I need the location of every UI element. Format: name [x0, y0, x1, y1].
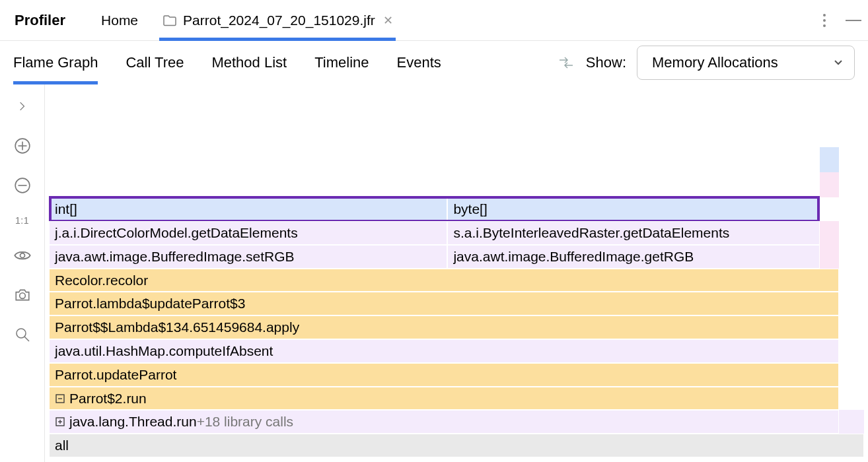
chevron-right-icon[interactable] — [13, 96, 32, 116]
flame-frame[interactable]: java.awt.image.BufferedImage.setRGB — [49, 245, 447, 269]
frame-label: Recolor.recolor — [55, 273, 148, 288]
flame-row: Parrot.lambda$updateParrot$3 — [49, 292, 864, 315]
frame-label: s.a.i.ByteInterleavedRaster.getDataEleme… — [453, 225, 729, 241]
flame-frame[interactable] — [820, 147, 838, 172]
more-icon[interactable] — [816, 13, 832, 28]
flame-frame[interactable] — [820, 221, 838, 245]
tab-label: Parrot_2024_07_20_151029.jfr — [183, 13, 375, 28]
top-tab-bar: Profiler Home Parrot_2024_07_20_151029.j… — [0, 0, 868, 41]
secondbar-right: Show: Memory Allocations — [557, 46, 855, 80]
frame-label: byte[] — [453, 201, 487, 217]
tab-label: Home — [101, 13, 138, 28]
flame-row: Parrot$$Lambda$134.651459684.apply — [49, 315, 864, 339]
flame-frame[interactable]: java.awt.image.BufferedImage.getRGB — [447, 245, 820, 269]
flame-row: java.awt.image.BufferedImage.setRGB java… — [49, 245, 864, 269]
flame-row: int[] byte[] — [49, 197, 864, 221]
zoom-in-icon[interactable] — [13, 136, 32, 156]
minimize-icon[interactable] — [846, 20, 861, 21]
tab-file[interactable]: Parrot_2024_07_20_151029.jfr ✕ — [159, 0, 396, 41]
flame-frame[interactable]: s.a.i.ByteInterleavedRaster.getDataEleme… — [447, 221, 820, 245]
camera-icon[interactable] — [13, 285, 32, 305]
flame-frame[interactable] — [820, 172, 838, 197]
svg-point-5 — [20, 253, 24, 258]
reset-zoom-label[interactable]: 1:1 — [15, 215, 29, 226]
flame-frame[interactable] — [839, 410, 851, 434]
close-icon[interactable]: ✕ — [383, 13, 393, 28]
show-label: Show: — [586, 54, 626, 71]
svg-point-7 — [17, 329, 26, 338]
flame-frame-int-array[interactable]: int[] — [49, 197, 447, 221]
flame-frame-byte-array[interactable]: byte[] — [447, 197, 820, 221]
tab-events[interactable]: Events — [397, 41, 441, 84]
folder-icon — [162, 13, 178, 28]
flame-frame[interactable]: j.a.i.DirectColorModel.getDataElements — [49, 221, 447, 245]
swap-icon[interactable] — [557, 53, 575, 72]
frame-label: Parrot$$Lambda$134.651459684.apply — [55, 319, 299, 335]
svg-point-6 — [19, 293, 25, 299]
flame-frame[interactable] — [851, 410, 864, 434]
tab-method-list[interactable]: Method List — [211, 41, 287, 84]
left-gutter: 1:1 — [0, 84, 45, 462]
frame-label: java.util.HashMap.computeIfAbsent — [55, 343, 273, 359]
frame-label: Parrot.updateParrot — [55, 367, 176, 383]
search-icon[interactable] — [13, 325, 32, 345]
flame-frame-root[interactable]: all — [49, 434, 864, 457]
expand-icon[interactable] — [55, 416, 65, 427]
flame-row: all — [49, 434, 864, 457]
topbar-right — [816, 13, 861, 28]
profiler-view-bar: Flame Graph Call Tree Method List Timeli… — [0, 41, 868, 84]
flame-frame[interactable]: Parrot.updateParrot — [49, 363, 839, 387]
flame-row: Parrot.updateParrot — [49, 363, 864, 387]
frame-label: Parrot.lambda$updateParrot$3 — [55, 296, 245, 312]
flame-row: Recolor.recolor — [49, 269, 864, 292]
chevron-down-icon — [833, 54, 844, 71]
frame-label: java.lang.Thread.run — [69, 414, 197, 430]
tab-home[interactable]: Home — [98, 0, 141, 41]
flame-graph: int[] byte[] j.a.i.DirectColorModel.getD… — [45, 84, 868, 462]
frame-label: java.awt.image.BufferedImage.setRGB — [55, 249, 295, 265]
flame-row: java.lang.Thread.run +18 library calls — [49, 410, 864, 434]
frame-suffix: +18 library calls — [197, 414, 293, 430]
eye-icon[interactable] — [13, 246, 32, 265]
frame-label: all — [55, 438, 69, 453]
select-value: Memory Allocations — [652, 54, 778, 71]
collapse-icon[interactable] — [55, 393, 65, 404]
tab-timeline[interactable]: Timeline — [314, 41, 369, 84]
tab-flame-graph[interactable]: Flame Graph — [13, 41, 98, 84]
flame-frame[interactable]: Recolor.recolor — [49, 269, 839, 292]
flame-row: j.a.i.DirectColorModel.getDataElements s… — [49, 221, 864, 245]
flame-frame[interactable]: Parrot.lambda$updateParrot$3 — [49, 292, 839, 315]
frame-label: Parrot$2.run — [69, 391, 147, 407]
flame-frame[interactable]: Parrot$$Lambda$134.651459684.apply — [49, 315, 839, 339]
flame-frame[interactable]: java.util.HashMap.computeIfAbsent — [49, 339, 839, 363]
show-select[interactable]: Memory Allocations — [637, 46, 855, 80]
flame-row: java.util.HashMap.computeIfAbsent — [49, 339, 864, 363]
frame-label: j.a.i.DirectColorModel.getDataElements — [55, 225, 298, 241]
frame-label: java.awt.image.BufferedImage.getRGB — [453, 249, 694, 265]
flame-row: Parrot$2.run — [49, 387, 864, 411]
frame-label: int[] — [55, 201, 77, 217]
tab-bar: Home Parrot_2024_07_20_151029.jfr ✕ — [98, 0, 396, 41]
svg-line-8 — [24, 337, 29, 341]
zoom-out-icon[interactable] — [13, 176, 32, 195]
flame-frame[interactable]: java.lang.Thread.run +18 library calls — [49, 410, 839, 434]
main-area: 1:1 int[] byte[] — [0, 84, 868, 462]
flame-frame[interactable]: Parrot$2.run — [49, 387, 839, 411]
profiler-title: Profiler — [15, 12, 65, 29]
tab-call-tree[interactable]: Call Tree — [126, 41, 184, 84]
flame-frame[interactable] — [820, 245, 838, 269]
